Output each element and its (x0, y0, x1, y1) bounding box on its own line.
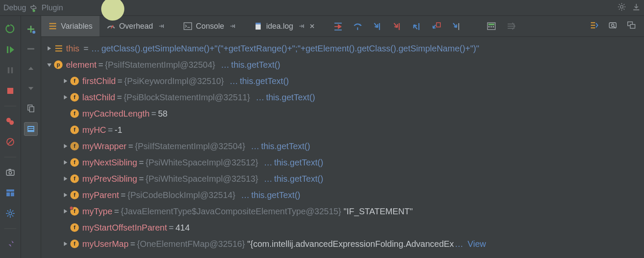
variable-row-myCachedLength[interactable]: f myCachedLength = 58 (41, 105, 644, 122)
view-link[interactable]: View (467, 236, 486, 252)
svg-rect-23 (11, 192, 14, 196)
svg-point-1 (620, 5, 623, 8)
expand-arrow-icon[interactable] (45, 45, 53, 52)
equals: = (84, 40, 89, 57)
var-value-link[interactable]: this.getText() (266, 89, 315, 105)
svg-rect-20 (9, 169, 11, 170)
tab-variables[interactable]: Variables (41, 16, 99, 36)
equals: = (139, 154, 144, 171)
camera-icon[interactable] (5, 167, 16, 178)
var-name: myNextSibling (82, 154, 137, 171)
var-value: {PsiIfStatementImpl@32504} (135, 138, 245, 154)
expand-arrow-icon[interactable] (62, 93, 69, 101)
var-value: {PsiCodeBlockImpl@32514} (127, 187, 235, 203)
variable-row-lastChild[interactable]: f lastChild = {PsiBlockStatementImpl@325… (41, 89, 644, 105)
expand-arrow-icon[interactable] (62, 191, 69, 199)
pin-tab-icon[interactable] (298, 23, 304, 29)
view-breakpoints-icon[interactable] (5, 116, 16, 127)
equals: = (130, 236, 135, 252)
var-value-link[interactable]: this.getText() (251, 187, 300, 203)
add-watch-icon[interactable] (25, 24, 36, 35)
svg-rect-61 (493, 26, 494, 27)
memory-view-icon[interactable] (608, 21, 617, 32)
variable-row-firstChild[interactable]: f firstChild = {PsiKeywordImpl@32510} … … (41, 73, 644, 89)
var-value-link[interactable]: this.getText() (231, 57, 280, 73)
async-stacktraces-icon[interactable] (589, 21, 599, 32)
svg-rect-47 (256, 23, 261, 24)
variable-row-myUserMap[interactable]: f myUserMap = {OneElementFMap@32516} "{c… (41, 236, 644, 252)
show-watches-icon[interactable] (24, 122, 38, 136)
copy-icon[interactable] (25, 102, 36, 114)
var-value-link[interactable]: this.getText() (274, 154, 323, 171)
equals: = (108, 122, 113, 138)
pin-icon[interactable] (5, 238, 16, 249)
pin-tab-icon[interactable] (229, 23, 235, 29)
svg-rect-10 (7, 46, 9, 53)
ellipsis[interactable]: … (229, 73, 238, 89)
pin-tab-icon[interactable] (158, 23, 164, 29)
expand-arrow-icon[interactable] (62, 159, 69, 166)
svg-rect-44 (184, 23, 192, 30)
ellipsis[interactable]: … (454, 236, 463, 252)
variable-row-myType[interactable]: f myType = {JavaElementType$JavaComposit… (41, 203, 644, 219)
rerun-icon[interactable] (5, 24, 16, 35)
ellipsis[interactable]: … (251, 138, 259, 154)
var-value-link[interactable]: this.getText() (261, 138, 310, 154)
tab-console[interactable]: Console (176, 16, 242, 36)
mute-breakpoints-icon[interactable] (5, 136, 16, 147)
expand-arrow-icon[interactable] (62, 240, 69, 248)
layout-icon[interactable] (5, 187, 16, 198)
run-to-cursor-icon[interactable] (451, 21, 461, 31)
collapse-arrow-icon[interactable] (45, 61, 53, 69)
variable-row-myHC[interactable]: f myHC = -1 (41, 122, 644, 138)
move-down-icon[interactable] (25, 83, 36, 94)
remove-watch-icon[interactable] (25, 43, 36, 54)
svg-rect-60 (491, 26, 492, 27)
variable-row-myWrapper[interactable]: f myWrapper = {PsiIfStatementImpl@32504}… (41, 138, 644, 154)
variable-row-myPrevSibling[interactable]: f myPrevSibling = {PsiWhiteSpaceImpl@325… (41, 171, 644, 187)
svg-point-19 (9, 171, 12, 174)
step-over-icon[interactable] (352, 21, 363, 31)
svg-rect-37 (28, 127, 33, 128)
variable-row-element[interactable]: p element = {PsiIfStatementImpl@32504} …… (41, 57, 644, 73)
var-value-link[interactable]: this.getText() (240, 73, 289, 89)
show-execution-point-icon[interactable] (333, 21, 343, 31)
var-value-link[interactable]: getClass().getSimpleName()+"("+getTextRa… (101, 40, 479, 57)
download-icon[interactable] (632, 3, 641, 13)
separator (4, 157, 16, 157)
evaluate-expression-icon[interactable] (486, 21, 497, 31)
settings-gear-icon[interactable] (5, 208, 16, 219)
svg-rect-38 (28, 129, 33, 130)
var-value-link[interactable]: this.getText() (274, 171, 323, 187)
expand-arrow-icon[interactable] (62, 142, 69, 150)
variable-row-this[interactable]: this = … getClass().getSimpleName()+"("+… (41, 40, 644, 57)
ellipsis[interactable]: … (264, 154, 272, 171)
ellipsis[interactable]: … (241, 187, 250, 203)
restore-layout-icon[interactable] (627, 21, 636, 32)
expand-arrow-icon[interactable] (62, 207, 69, 215)
drop-frame-icon[interactable] (431, 21, 442, 31)
variable-row-myParent[interactable]: f myParent = {PsiCodeBlockImpl@32514} … … (41, 187, 644, 203)
equals: = (114, 203, 119, 219)
ellipsis[interactable]: … (264, 171, 272, 187)
separator (4, 228, 16, 229)
resume-icon[interactable] (5, 44, 16, 55)
step-into-icon[interactable] (372, 21, 382, 31)
expand-arrow-icon[interactable] (62, 175, 69, 183)
ellipsis[interactable]: … (91, 40, 99, 57)
tab-idealog[interactable]: idea.log (247, 16, 322, 36)
ellipsis[interactable]: … (221, 57, 229, 73)
ellipsis[interactable]: … (256, 89, 264, 105)
step-out-icon[interactable] (412, 21, 422, 31)
expand-arrow-icon[interactable] (62, 77, 69, 85)
move-up-icon[interactable] (25, 63, 36, 74)
pause-icon[interactable] (5, 65, 16, 76)
variable-row-myNextSibling[interactable]: f myNextSibling = {PsiWhiteSpaceImpl@325… (41, 154, 644, 171)
close-tab-icon[interactable] (310, 24, 315, 29)
force-step-into-icon[interactable] (392, 21, 402, 31)
gear-icon[interactable] (617, 3, 626, 13)
file-icon (254, 22, 263, 30)
variable-row-myStartOffsetInParent[interactable]: f myStartOffsetInParent = 414 (41, 219, 644, 236)
stop-icon[interactable] (5, 85, 16, 96)
trace-current-stream-icon[interactable] (506, 21, 516, 31)
